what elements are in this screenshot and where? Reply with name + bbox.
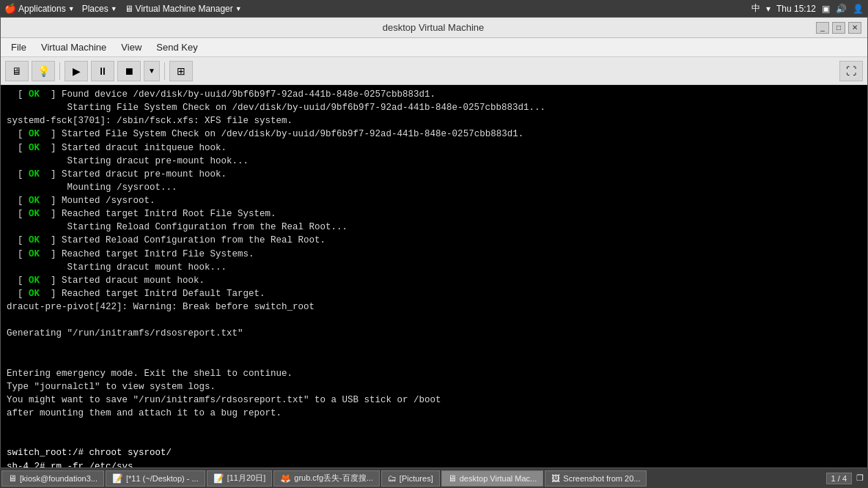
toolbar-separator-1 bbox=[59, 62, 60, 80]
terminal-line: [ OK ] Started File System Check on /dev… bbox=[7, 127, 861, 141]
terminal-line: systemd-fsck[3701]: /sbin/fsck.xfs: XFS … bbox=[7, 114, 861, 127]
terminal-line: Starting dracut pre-mount hook... bbox=[7, 155, 861, 168]
terminal-output[interactable]: [ OK ] Found device /dev/disk/by-uuid/9b… bbox=[1, 85, 867, 468]
editor1-taskbar-icon: 📝 bbox=[112, 473, 123, 484]
vm-taskbar-icon: 🖥 bbox=[448, 473, 457, 484]
language-indicator[interactable]: 中 bbox=[751, 2, 760, 15]
vm-light-btn[interactable]: 💡 bbox=[32, 61, 55, 81]
terminal-line: [ OK ] Started dracut initqueue hook. bbox=[7, 141, 861, 155]
terminal-line: [ OK ] Reached target Initrd Root File S… bbox=[7, 207, 861, 221]
toolbar: 🖥 💡 ▶ ⏸ ⏹ ▼ ⊞ ⛶ bbox=[1, 57, 867, 85]
toolbar-right: ⛶ bbox=[839, 61, 863, 81]
vm-stop-btn[interactable]: ⏹ bbox=[117, 61, 141, 81]
places-menu[interactable]: Places ▼ bbox=[82, 4, 117, 14]
terminal-line: Generating "/run/initramfs/rdsosreport.t… bbox=[7, 327, 861, 340]
applications-menu[interactable]: 🍎 Applications ▼ bbox=[4, 3, 75, 14]
menu-send-key[interactable]: Send Key bbox=[149, 40, 205, 55]
terminal-line: after mounting them and attach it to a b… bbox=[7, 407, 861, 420]
terminal-line: [ OK ] Started dracut pre-mount hook. bbox=[7, 168, 861, 181]
terminal-line: Entering emergency mode. Exit the shell … bbox=[7, 367, 861, 380]
taskbar-item-editor1[interactable]: 📝 [*11 (~/Desktop) - ... bbox=[106, 470, 205, 487]
taskbar-item-editor2[interactable]: 📝 [11月20日] bbox=[207, 470, 273, 487]
system-bar: 🍎 Applications ▼ Places ▼ 🖥 Virtual Mach… bbox=[0, 0, 868, 17]
vm-manager-menu[interactable]: 🖥 Virtual Machine Manager ▼ bbox=[125, 4, 242, 14]
terminal-line: [ OK ] Reached target Initrd File System… bbox=[7, 248, 861, 261]
taskbar-item-vm[interactable]: 🖥 desktop Virtual Mac... bbox=[441, 470, 544, 487]
terminal-line: [ OK ] Reached target Initrd Default Tar… bbox=[7, 287, 861, 300]
taskbar-item-files[interactable]: 🗂 [Pictures] bbox=[381, 470, 440, 487]
toolbar-separator-2 bbox=[164, 62, 165, 80]
terminal-line bbox=[7, 420, 861, 433]
vm-window: desktop Virtual Machine _ □ ✕ File Virtu… bbox=[0, 17, 868, 488]
terminal-line: Starting Reload Configuration from the R… bbox=[7, 221, 861, 234]
maximize-button[interactable]: □ bbox=[832, 22, 845, 34]
window-title: desktop Virtual Machine bbox=[51, 22, 816, 33]
vm-dropdown-btn[interactable]: ▼ bbox=[144, 61, 160, 81]
vm-screenshot-btn[interactable]: 🖥 bbox=[5, 61, 29, 81]
taskbar: 🖥 [kiosk@foundation3... 📝 [*11 (~/Deskto… bbox=[0, 467, 868, 488]
clock: Thu 15:12 bbox=[776, 4, 816, 14]
terminal-line: dracut-pre-pivot[422]: Warning: Break be… bbox=[7, 300, 861, 314]
system-bar-left: 🍎 Applications ▼ Places ▼ 🖥 Virtual Mach… bbox=[4, 3, 242, 14]
window-controls: _ □ ✕ bbox=[816, 22, 861, 34]
vm-pause-btn[interactable]: ⏸ bbox=[91, 61, 114, 81]
vm-usb-btn[interactable]: ⊞ bbox=[169, 61, 193, 81]
user-icon[interactable]: 👤 bbox=[853, 4, 864, 14]
screenshot-taskbar-icon: 🖼 bbox=[551, 473, 560, 484]
terminal-line: You might want to save "/run/initramfs/r… bbox=[7, 393, 861, 407]
taskbar-item-terminal[interactable]: 🖥 [kiosk@foundation3... bbox=[1, 470, 104, 487]
terminal-line: switch_root:/# chroot sysroot/ bbox=[7, 446, 861, 459]
taskbar-page-indicator[interactable]: 1 / 4 bbox=[826, 473, 852, 484]
volume-icon[interactable]: 🔊 bbox=[836, 4, 847, 14]
terminal-line: Starting dracut mount hook... bbox=[7, 261, 861, 274]
close-button[interactable]: ✕ bbox=[848, 22, 861, 34]
system-bar-right: 中 ▾ Thu 15:12 ▣ 🔊 👤 bbox=[751, 2, 864, 15]
menu-virtual-machine[interactable]: Virtual Machine bbox=[34, 40, 114, 55]
taskbar-item-screenshot[interactable]: 🖼 Screenshot from 20... bbox=[545, 470, 647, 487]
terminal-line: Starting File System Check on /dev/disk/… bbox=[7, 101, 861, 114]
browser-taskbar-icon: 🦊 bbox=[280, 473, 291, 484]
terminal-line: [ OK ] Found device /dev/disk/by-uuid/9b… bbox=[7, 88, 861, 101]
window-icon: ▣ bbox=[822, 4, 830, 14]
menu-view[interactable]: View bbox=[114, 40, 149, 55]
menu-bar: File Virtual Machine View Send Key bbox=[1, 38, 867, 57]
taskbar-extra-icon[interactable]: ❐ bbox=[856, 473, 864, 483]
menu-file[interactable]: File bbox=[4, 40, 34, 55]
terminal-line bbox=[7, 314, 861, 327]
files-taskbar-icon: 🗂 bbox=[388, 473, 397, 484]
terminal-line bbox=[7, 354, 861, 367]
terminal-line: [ OK ] Mounted /sysroot. bbox=[7, 194, 861, 207]
vm-fullscreen-btn[interactable]: ⛶ bbox=[839, 61, 863, 81]
taskbar-item-browser[interactable]: 🦊 grub.cfg丢失-百度搜... bbox=[273, 470, 380, 487]
terminal-line: [ OK ] Started Reload Configuration from… bbox=[7, 234, 861, 247]
terminal-line: Type "journalctl" to view system logs. bbox=[7, 380, 861, 393]
title-bar: desktop Virtual Machine _ □ ✕ bbox=[1, 18, 867, 38]
terminal-line bbox=[7, 433, 861, 446]
terminal-line: [ OK ] Started dracut mount hook. bbox=[7, 274, 861, 287]
taskbar-right: 1 / 4 ❐ bbox=[826, 473, 867, 484]
terminal-line: Mounting /sysroot... bbox=[7, 181, 861, 194]
terminal-line bbox=[7, 340, 861, 353]
editor2-taskbar-icon: 📝 bbox=[213, 473, 224, 484]
minimize-button[interactable]: _ bbox=[816, 22, 829, 34]
terminal-taskbar-icon: 🖥 bbox=[8, 473, 17, 484]
vm-play-btn[interactable]: ▶ bbox=[65, 61, 88, 81]
